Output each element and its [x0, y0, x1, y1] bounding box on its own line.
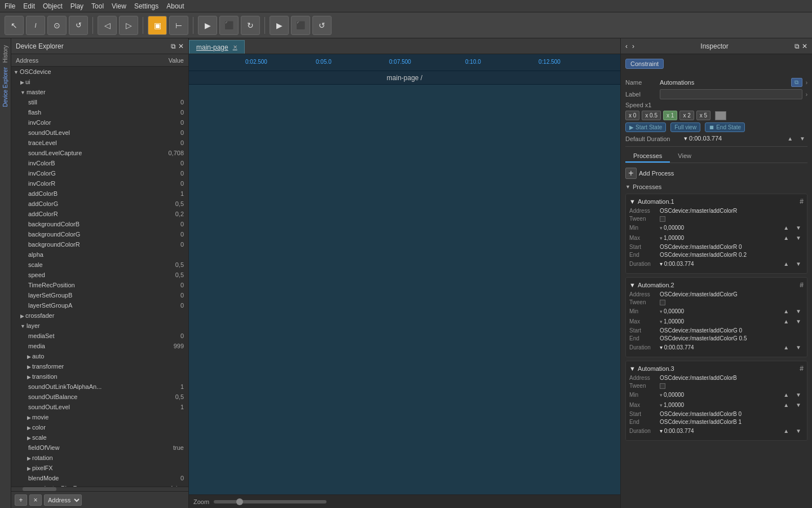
auto1-max-value[interactable]: ▾ 1,00000	[660, 235, 684, 241]
tree-item-26[interactable]: mediaSet 0	[11, 331, 188, 341]
duration-down-arrow[interactable]: ▼	[797, 134, 807, 143]
tree-item-31[interactable]: soundOutLinkToAlphaAn... 1	[11, 382, 188, 392]
auto2-max-value[interactable]: ▾1,00000	[660, 318, 684, 325]
menu-about[interactable]: About	[166, 2, 184, 10]
speed-btn-x2[interactable]: x 2	[679, 111, 694, 120]
default-duration-value[interactable]: ▾ 0:00.03.774	[684, 135, 783, 142]
menu-file[interactable]: File	[5, 2, 15, 10]
tree-item-35[interactable]: ▶color	[11, 422, 188, 432]
tree-item-20[interactable]: speed 0,5	[11, 270, 188, 280]
restart-btn[interactable]: ↻	[241, 16, 260, 35]
device-explorer-tab[interactable]: Device Explorer	[1, 65, 10, 110]
tree-item-29[interactable]: ▶transformer	[11, 361, 188, 371]
full-view-btn[interactable]: Full view	[670, 122, 700, 132]
play2-btn[interactable]: ▶	[270, 16, 289, 35]
tree-item-19[interactable]: scale 0,5	[11, 260, 188, 270]
menu-tool[interactable]: Tool	[91, 2, 104, 10]
history-tab[interactable]: History	[1, 43, 10, 65]
tree-item-17[interactable]: backgroundColorR 0	[11, 239, 188, 249]
tree-item-18[interactable]: alpha	[11, 249, 188, 260]
tree-item-8[interactable]: soundLevelCapture 0,708	[11, 148, 188, 158]
tree-item-38[interactable]: ▶rotation	[11, 453, 188, 463]
speed-color-box[interactable]	[715, 111, 726, 120]
score-canvas[interactable]: 0:02.500 0:05.0 0:07.500 0:10.0 0:12.500…	[189, 54, 620, 494]
menu-play[interactable]: Play	[70, 2, 83, 10]
auto3-dur-up[interactable]: ▲	[781, 427, 791, 435]
auto2-dur-down[interactable]: ▼	[793, 343, 804, 352]
add-address-btn[interactable]: +	[15, 494, 27, 506]
auto2-hash[interactable]: #	[800, 281, 804, 289]
tree-item-14[interactable]: addColorR 0,2	[11, 209, 188, 219]
menu-settings[interactable]: Settings	[134, 2, 158, 10]
auto2-duration-value[interactable]: ▾ 0:00.03.774	[660, 344, 779, 351]
tree-item-25[interactable]: ▼layer	[11, 321, 188, 331]
zoom-slider[interactable]	[214, 500, 326, 503]
auto2-max-down[interactable]: ▼	[793, 317, 804, 326]
tree-item-11[interactable]: invColorR 0	[11, 178, 188, 189]
tree-item-5[interactable]: invColor 0	[11, 117, 188, 128]
stop2-btn[interactable]: ⬛	[291, 16, 310, 35]
auto3-hash[interactable]: #	[800, 365, 804, 373]
auto2-dur-up[interactable]: ▲	[781, 343, 791, 352]
undo-btn[interactable]: ◁	[98, 16, 117, 35]
auto2-max-up[interactable]: ▲	[781, 317, 791, 326]
node-tool-btn[interactable]: ⊢	[169, 16, 188, 35]
tree-item-9[interactable]: invColorB 0	[11, 158, 188, 168]
menu-view[interactable]: View	[112, 2, 126, 10]
auto3-min-down[interactable]: ▼	[793, 391, 804, 399]
tree-item-30[interactable]: ▶transition	[11, 371, 188, 382]
tree-item-21[interactable]: TimeRecPosition 0	[11, 280, 188, 290]
inspector-nav-next[interactable]: ›	[632, 42, 634, 50]
tree-item-2[interactable]: ▼master	[11, 87, 188, 97]
tree-item-28[interactable]: ▶auto	[11, 351, 188, 361]
tab-processes[interactable]: Processes	[625, 150, 670, 163]
auto3-dur-down[interactable]: ▼	[793, 427, 804, 435]
tree-item-36[interactable]: ▶scale	[11, 432, 188, 443]
play-sel-btn[interactable]: ▶	[198, 16, 217, 35]
auto1-max-down[interactable]: ▼	[793, 234, 804, 242]
device-tree[interactable]: ▼OSCdevice ▶ui ▼master still 0 flash 0	[11, 67, 188, 487]
label-input[interactable]	[660, 89, 802, 99]
score-tab-close[interactable]: ✕	[233, 44, 237, 50]
auto3-max-down[interactable]: ▼	[793, 401, 804, 409]
sort-select[interactable]: Address	[44, 494, 82, 506]
auto2-min-value[interactable]: ▾0,00000	[660, 308, 684, 314]
tree-item-33[interactable]: soundOutLevel 1	[11, 402, 188, 412]
processes-section-header[interactable]: ▼ Processes	[625, 183, 807, 190]
tree-item-27[interactable]: media 999	[11, 341, 188, 351]
auto3-max-value[interactable]: ▾1,00000	[660, 402, 684, 408]
end-state-btn[interactable]: ⏹ End State	[705, 122, 745, 132]
auto3-min-value[interactable]: ▾0,00000	[660, 392, 684, 398]
auto2-min-up[interactable]: ▲	[781, 307, 791, 316]
auto1-tween-check[interactable]	[660, 216, 665, 222]
speed-btn-x05[interactable]: x 0.5	[642, 111, 661, 120]
speed-btn-x5[interactable]: x 5	[696, 111, 710, 120]
auto3-tween-check[interactable]	[660, 383, 665, 389]
menu-edit[interactable]: Edit	[23, 2, 35, 10]
pointer-tool-btn[interactable]: ↖	[5, 16, 24, 35]
auto1-hash[interactable]: #	[800, 198, 804, 205]
tree-item-39[interactable]: ▶pixelFX	[11, 463, 188, 473]
tree-item-0[interactable]: ▼OSCdevice	[11, 67, 188, 77]
auto3-max-up[interactable]: ▲	[781, 401, 791, 409]
auto3-duration-value[interactable]: ▾ 0:00.03.774	[660, 428, 779, 434]
start-state-btn[interactable]: ▶ Start State	[625, 122, 666, 132]
auto2-min-down[interactable]: ▼	[793, 307, 804, 316]
auto1-min-value[interactable]: ▾ 0,00000	[660, 225, 684, 231]
speed-btn-x0[interactable]: x 0	[625, 111, 639, 120]
tree-item-15[interactable]: backgroundColorB 0	[11, 219, 188, 229]
pencil-tool-btn[interactable]: I	[26, 16, 45, 35]
duration-up-arrow[interactable]: ▲	[785, 134, 795, 143]
tree-item-22[interactable]: layerSetGroupB 0	[11, 290, 188, 300]
inspector-nav-prev[interactable]: ‹	[625, 42, 628, 50]
add-process-btn[interactable]: +	[625, 168, 637, 179]
auto2-tween-check[interactable]	[660, 300, 665, 305]
auto1-dur-down[interactable]: ▼	[793, 260, 804, 268]
tree-item-10[interactable]: invColorG 0	[11, 168, 188, 178]
auto1-min-up[interactable]: ▲	[781, 224, 791, 232]
remove-address-btn[interactable]: ×	[29, 494, 42, 506]
tree-item-3[interactable]: still 0	[11, 97, 188, 107]
snapshot-btn[interactable]: ⊙	[47, 16, 67, 35]
tree-item-40[interactable]: blendMode 0	[11, 473, 188, 483]
device-explorer-float-btn[interactable]: ⧉	[171, 42, 176, 50]
